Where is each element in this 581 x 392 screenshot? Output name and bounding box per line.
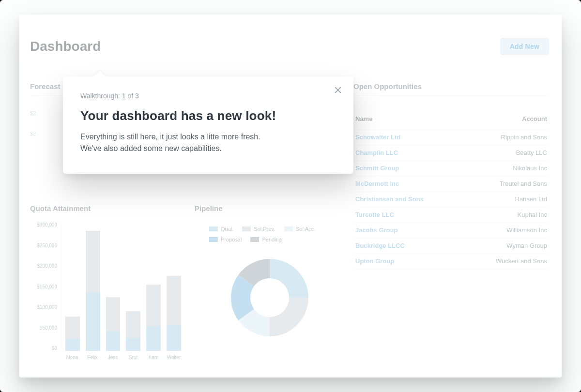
donut-slice [238, 309, 270, 336]
opportunity-account: Hansen Ltd [515, 196, 548, 203]
walkthrough-title: Your dashboard has a new look! [80, 108, 336, 123]
opportunity-account: Williamson Inc [506, 226, 547, 234]
quota-bar-chart: $300,000$250,000$200,000$150,000$100,000… [30, 222, 185, 362]
bar-segment-attained [146, 326, 161, 351]
bar-segment-attained [126, 338, 140, 351]
bar-segment-remaining [65, 317, 80, 339]
x-tick-label: Mona [65, 355, 79, 362]
legend-label: Sol.Pres. [254, 226, 275, 232]
y-tick-label: $200,000 [30, 263, 57, 269]
opportunity-name[interactable]: Buckridge LLCC [355, 242, 405, 249]
donut-slice [270, 259, 308, 298]
opportunities-section: Open Opportunities Name Account Schowalt… [353, 82, 549, 269]
walkthrough-step: Walkthrough: 1 of 3 [80, 92, 336, 100]
quota-section: Quota Attainment $300,000$250,000$200,00… [30, 204, 185, 362]
legend-label: Qual. [221, 226, 233, 232]
opportunity-name[interactable]: Schowalter Ltd [355, 134, 400, 141]
x-tick-label: Jess [106, 355, 120, 362]
table-row[interactable]: Champlin LLCBeatty LLC [353, 145, 549, 161]
opportunity-name[interactable]: McDermott Inc [355, 180, 399, 187]
legend-swatch [242, 226, 251, 231]
bar-segment-remaining [86, 231, 100, 293]
bar [65, 317, 80, 351]
legend-swatch [209, 237, 218, 242]
bar-segment-remaining [126, 311, 140, 338]
y-tick-label: $100,000 [30, 304, 57, 310]
bar-segment-attained [86, 293, 100, 351]
opportunity-name[interactable]: Jacobs Group [355, 226, 398, 234]
legend-label: Proposal [221, 237, 242, 242]
bar-segment-remaining [106, 297, 121, 332]
bar [146, 285, 161, 351]
y-axis-ticks: $300,000$250,000$200,000$150,000$100,000… [30, 222, 59, 351]
legend-swatch [250, 237, 259, 242]
opportunities-title: Open Opportunities [353, 82, 549, 90]
bar-plot-area [61, 222, 185, 351]
y-tick-label: $50,000 [30, 325, 57, 331]
y-tick-label: $150,000 [30, 284, 57, 289]
x-tick-label: Srut [126, 355, 140, 362]
bar-segment-attained [106, 332, 121, 351]
quota-title: Quota Attainment [30, 204, 185, 212]
bar-segment-attained [167, 325, 181, 351]
opportunity-account: Treutel and Sons [499, 180, 547, 187]
pipeline-legend: Qual. Sol.Pres. Sol.Acc. Proposal Pendin… [195, 226, 345, 242]
donut-slice [270, 298, 308, 336]
walkthrough-body-line: Everything is still here, it just looks … [80, 133, 260, 141]
x-axis-ticks: MonaFelixJessSrutKamWalter [61, 353, 185, 362]
walkthrough-body: Everything is still here, it just looks … [80, 131, 336, 154]
opportunities-header-row: Name Account [353, 111, 549, 130]
x-tick-label: Walter [167, 355, 181, 362]
bar [106, 297, 121, 351]
table-row[interactable]: Schowalter LtdRippin and Sons [353, 130, 549, 145]
close-icon[interactable] [331, 83, 345, 97]
legend-label: Pending [262, 237, 281, 242]
walkthrough-popover: Walkthrough: 1 of 3 Your dashboard has a… [63, 76, 353, 174]
opportunity-account: Wyman Group [506, 242, 547, 249]
bar-segment-attained [65, 339, 80, 351]
page-title: Dashboard [30, 39, 101, 54]
table-row[interactable]: Turcotte LLCKuphal Inc [353, 207, 549, 223]
donut-slice [231, 275, 254, 320]
opportunity-name[interactable]: Champlin LLC [355, 149, 398, 156]
legend-label: Sol.Acc. [296, 226, 315, 232]
table-row[interactable]: McDermott IncTreutel and Sons [353, 176, 549, 192]
opportunity-name[interactable]: Turcotte LLC [355, 211, 394, 218]
y-tick-label: $0 [30, 346, 57, 351]
divider [353, 95, 549, 96]
y-tick-label: $300,000 [30, 222, 57, 227]
donut-slice [238, 259, 270, 286]
bar-segment-remaining [167, 276, 181, 325]
table-row[interactable]: Christiansen and SonsHansen Ltd [353, 192, 549, 207]
x-tick-label: Felix [85, 355, 100, 362]
table-row[interactable]: Buckridge LLCCWyman Group [353, 238, 549, 254]
opportunity-name[interactable]: Schmitt Group [355, 165, 399, 172]
col-account-header: Account [522, 115, 547, 122]
bar [126, 311, 140, 351]
opportunity-account: Rippin and Sons [501, 134, 547, 141]
table-row[interactable]: Jacobs GroupWilliamson Inc [353, 223, 549, 238]
x-tick-label: Kam [146, 355, 161, 362]
pipeline-title: Pipeline [195, 204, 345, 212]
bar-segment-remaining [146, 285, 161, 326]
opportunity-name[interactable]: Upton Group [355, 257, 394, 265]
y-tick-label: $250,000 [30, 243, 57, 248]
table-row[interactable]: Schmitt GroupNikolaus Inc [353, 161, 549, 176]
legend-swatch [209, 226, 218, 231]
add-new-button[interactable]: Add New [500, 38, 549, 55]
bar [167, 276, 181, 351]
opportunities-rows: Schowalter LtdRippin and SonsChamplin LL… [353, 130, 549, 269]
bar [86, 231, 100, 351]
walkthrough-body-line: We've also added some new capabilities. [80, 144, 222, 152]
opportunity-account: Nikolaus Inc [513, 165, 547, 172]
opportunity-account: Wuckert and Sons [496, 257, 547, 265]
donut-chart [195, 249, 345, 346]
opportunity-account: Kuphal Inc [518, 211, 547, 218]
table-row[interactable]: Upton GroupWuckert and Sons [353, 254, 549, 269]
col-name-header: Name [355, 115, 372, 122]
legend-swatch [284, 226, 293, 231]
opportunity-account: Beatty LLC [516, 149, 547, 156]
opportunity-name[interactable]: Christiansen and Sons [355, 196, 424, 203]
pipeline-section: Pipeline Qual. Sol.Pres. Sol.Acc. Propos… [195, 204, 345, 346]
